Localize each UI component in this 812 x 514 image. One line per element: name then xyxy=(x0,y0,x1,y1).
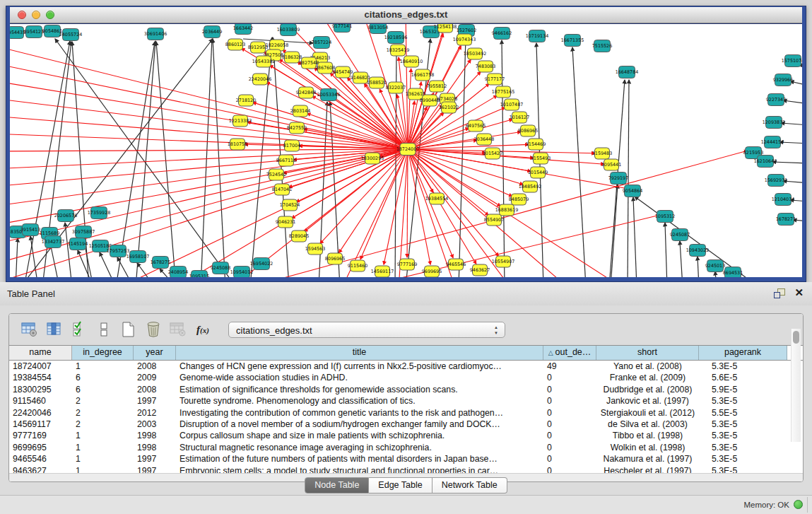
cell-year[interactable]: 1997 xyxy=(134,395,176,407)
network-node[interactable]: 18640910 xyxy=(400,56,423,67)
network-node[interactable]: 1810755 xyxy=(228,139,247,150)
network-node[interactable]: 9155493 xyxy=(531,153,551,164)
network-node[interactable]: 10943022 xyxy=(686,245,710,257)
network-node[interactable]: 18775165 xyxy=(492,86,515,98)
cell-name[interactable]: 9115460 xyxy=(9,395,72,407)
cell-title[interactable]: Genome-wide association studies in ADHD. xyxy=(176,372,543,383)
network-node[interactable]: 20206576 xyxy=(54,210,78,222)
network-node[interactable]: 9777169 xyxy=(397,259,417,270)
network-node[interactable]: 2718120 xyxy=(236,95,256,106)
column-header-title[interactable]: title xyxy=(176,346,543,360)
column-header-short[interactable]: short xyxy=(596,346,699,360)
cell-pagerank[interactable]: 5.3E-5 xyxy=(699,361,787,372)
network-node[interactable]: 817004 xyxy=(283,140,300,151)
cell-name[interactable]: 9699695 xyxy=(9,442,72,453)
network-node[interactable]: 9054864 xyxy=(623,185,642,197)
cell-out_degree[interactable]: 49 xyxy=(543,361,596,372)
network-node[interactable]: 30975887 xyxy=(72,226,95,238)
cell-pagerank[interactable]: 5.3E-5 xyxy=(699,453,787,465)
cell-short[interactable]: Jankovic et al. (1997) xyxy=(596,395,699,407)
network-node[interactable]: 9245088 xyxy=(211,262,230,274)
network-node[interactable]: 7515526 xyxy=(592,40,612,52)
network-node[interactable]: 9227343 xyxy=(766,94,786,106)
network-node[interactable]: 19384554 xyxy=(425,193,449,204)
cell-short[interactable]: Stergiakouli et al. (2012) xyxy=(596,407,699,419)
cell-in_degree[interactable]: 1 xyxy=(72,361,134,372)
network-node[interactable]: 8485079 xyxy=(509,194,529,205)
new-table-icon[interactable] xyxy=(119,320,138,339)
network-node[interactable]: 1621022 xyxy=(439,102,459,113)
cell-short[interactable]: de Silva et al. (2003) xyxy=(596,419,699,430)
network-node[interactable]: 8954123 xyxy=(24,26,44,38)
network-node[interactable]: 9046231 xyxy=(276,216,295,228)
cell-title[interactable]: Investigating the contribution of common… xyxy=(176,407,543,419)
cell-pagerank[interactable]: 5.3E-5 xyxy=(699,419,787,430)
network-node[interactable]: 8086965 xyxy=(518,125,538,136)
network-node[interactable]: 19218596 xyxy=(384,32,408,44)
network-node[interactable]: 3915413 xyxy=(20,224,40,236)
column-header-pagerank[interactable]: pagerank xyxy=(699,346,787,360)
network-node[interactable]: 1095312 xyxy=(655,211,675,223)
network-node[interactable]: 9699695 xyxy=(422,266,442,277)
network-node[interactable]: 24055724 xyxy=(59,29,83,41)
cell-name[interactable]: 14569117 xyxy=(9,419,72,430)
scrollbar-thumb[interactable] xyxy=(793,331,799,344)
network-node[interactable]: 14569117 xyxy=(371,266,394,277)
network-node[interactable]: 16958107 xyxy=(126,251,150,263)
network-node[interactable]: 1588520 xyxy=(367,77,387,88)
network-node[interactable]: 1594563 xyxy=(305,243,325,255)
cell-title[interactable]: Corpus callosum shape and size in male p… xyxy=(176,430,543,441)
float-panel-icon[interactable] xyxy=(774,288,785,298)
table-row[interactable]: 1872400712008Changes of HCN gene express… xyxy=(9,361,803,372)
table-row[interactable]: 969969511998Structural magnetic resonanc… xyxy=(9,442,803,453)
cell-short[interactable]: Dudbridge et al. (2008) xyxy=(596,384,699,395)
cell-title[interactable]: Tourette syndrome. Phenomenology and cla… xyxy=(176,395,543,407)
network-node[interactable]: 16671355 xyxy=(561,35,584,47)
close-panel-icon[interactable]: ✕ xyxy=(794,286,804,299)
network-node[interactable]: 1016127 xyxy=(510,112,529,123)
network-node[interactable]: 15692931 xyxy=(765,175,788,187)
network-node[interactable]: 12444154 xyxy=(761,136,784,148)
network-node[interactable]: 9115460 xyxy=(348,260,367,271)
network-node[interactable]: 16033809 xyxy=(277,24,300,36)
cell-name[interactable]: 9777169 xyxy=(9,430,72,441)
cell-out_degree[interactable]: 0 xyxy=(543,372,596,383)
network-node[interactable]: 8694531 xyxy=(723,267,743,278)
network-node[interactable]: 16954022 xyxy=(250,258,273,270)
column-header-out_de[interactable]: △out_de… xyxy=(543,346,596,360)
network-node[interactable]: 1159483 xyxy=(592,148,612,159)
column-selection-icon[interactable] xyxy=(70,320,88,339)
network-node[interactable]: 2036449 xyxy=(202,26,222,38)
cell-title[interactable]: Estimation of the future numbers of pati… xyxy=(176,453,543,465)
network-node[interactable]: 8147041 xyxy=(272,184,292,195)
network-node[interactable]: 2408954 xyxy=(168,267,188,278)
table-options-icon[interactable] xyxy=(20,320,39,339)
network-node[interactable]: 18503492 xyxy=(464,48,487,59)
cell-year[interactable]: 1998 xyxy=(134,442,176,453)
network-window-titlebar[interactable]: citations_edges.txt xyxy=(10,7,802,23)
network-node[interactable]: 10719134 xyxy=(526,30,549,42)
network-node[interactable]: 1095441 xyxy=(601,159,621,170)
network-node[interactable]: 15751074 xyxy=(782,55,802,67)
network-node[interactable]: 9177141 xyxy=(332,24,352,33)
network-node[interactable]: 9465546 xyxy=(446,259,466,270)
cell-in_degree[interactable]: 1 xyxy=(72,442,134,453)
network-node[interactable]: 8427552 xyxy=(287,122,307,134)
cell-out_degree[interactable]: 0 xyxy=(543,407,596,419)
delete-table-icon[interactable] xyxy=(144,320,163,339)
cell-in_degree[interactable]: 1 xyxy=(72,453,134,465)
table-row[interactable]: 946554611997Estimation of the future num… xyxy=(9,453,803,465)
function-builder-icon[interactable]: f(x) xyxy=(194,320,212,339)
cell-in_degree[interactable]: 2 xyxy=(72,395,134,407)
network-node[interactable]: 8322037 xyxy=(386,82,406,93)
cell-name[interactable]: 18724007 xyxy=(9,361,72,372)
network-node[interactable]: 12104034 xyxy=(772,194,795,206)
cell-title[interactable]: Estimation of significance thresholds fo… xyxy=(176,384,543,395)
cell-pagerank[interactable]: 5.6E-5 xyxy=(699,372,787,383)
cell-out_degree[interactable]: 0 xyxy=(543,442,596,453)
cell-name[interactable]: 19384554 xyxy=(9,372,72,383)
cell-title[interactable]: Structural magnetic resonance image aver… xyxy=(176,442,543,453)
network-node[interactable]: 9329966 xyxy=(773,74,793,86)
network-node[interactable]: 10107487 xyxy=(500,99,524,110)
cell-short[interactable]: Wolkin et al. (1998) xyxy=(596,442,699,453)
